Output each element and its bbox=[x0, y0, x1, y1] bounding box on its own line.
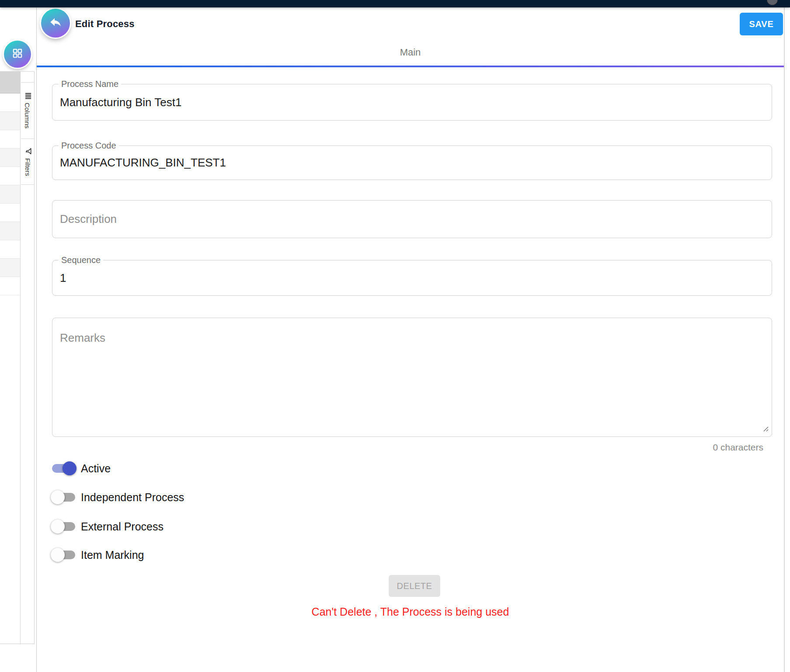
sidebar-item-filters[interactable]: Filters bbox=[21, 139, 35, 185]
tab-underline bbox=[37, 66, 784, 67]
toggle-label: Item Marking bbox=[81, 549, 144, 561]
description-field bbox=[52, 200, 772, 238]
avatar[interactable] bbox=[767, 0, 778, 5]
back-button[interactable] bbox=[41, 9, 70, 38]
process-code-input[interactable] bbox=[52, 146, 772, 180]
grid-row bbox=[0, 130, 20, 149]
sidebar-item-columns[interactable]: Columns bbox=[21, 83, 35, 139]
edit-process-drawer: Edit Process SAVE Main Process Name Proc… bbox=[36, 7, 790, 672]
grid-row bbox=[0, 149, 20, 167]
top-app-bar bbox=[0, 0, 790, 7]
grid-row bbox=[0, 94, 20, 112]
reply-arrow-icon bbox=[49, 15, 63, 31]
background-grid-pane: Columns Filters bbox=[0, 7, 36, 672]
active-toggle[interactable] bbox=[52, 464, 75, 473]
toggle-label: Independent Process bbox=[81, 491, 184, 504]
grid-row bbox=[0, 259, 20, 277]
process-code-field: Process Code bbox=[52, 145, 772, 180]
grid-row bbox=[0, 240, 20, 259]
strip-spacer bbox=[21, 72, 35, 83]
toggle-thumb bbox=[63, 461, 77, 475]
columns-icon bbox=[24, 93, 32, 99]
resize-handle-icon[interactable] bbox=[762, 425, 769, 434]
grid-header-cell bbox=[0, 72, 20, 94]
grid-icon bbox=[12, 48, 23, 61]
scroll-gutter[interactable] bbox=[784, 7, 785, 672]
remarks-textarea[interactable] bbox=[52, 318, 772, 436]
sequence-input[interactable] bbox=[52, 260, 772, 295]
grid-row bbox=[0, 112, 20, 130]
apps-grid-button[interactable] bbox=[4, 41, 31, 68]
save-button[interactable]: SAVE bbox=[740, 13, 783, 35]
grid-first-column bbox=[0, 72, 21, 644]
grid-row bbox=[0, 277, 20, 295]
grid-row bbox=[0, 222, 20, 240]
toggle-row-external-process: External Process bbox=[52, 519, 164, 534]
toggle-row-independent-process: Independent Process bbox=[52, 489, 184, 505]
toggle-label: External Process bbox=[81, 520, 164, 533]
grid-side-panel-strip: Columns Filters bbox=[21, 72, 35, 644]
toggle-thumb bbox=[51, 490, 65, 504]
tab-main[interactable]: Main bbox=[37, 47, 784, 58]
grid-row bbox=[0, 185, 20, 204]
item-marking-toggle[interactable] bbox=[52, 551, 75, 559]
description-input[interactable] bbox=[52, 201, 772, 238]
grid-row bbox=[0, 167, 20, 185]
external-process-toggle[interactable] bbox=[52, 522, 75, 531]
grid-rows bbox=[0, 94, 20, 295]
toggle-row-item-marking: Item Marking bbox=[52, 547, 144, 563]
character-counter: 0 characters bbox=[713, 442, 763, 453]
delete-error-message: Can't Delete , The Process is being used bbox=[37, 606, 784, 618]
sidebar-item-label: Filters bbox=[24, 158, 31, 176]
filter-icon bbox=[24, 148, 32, 155]
sequence-field: Sequence bbox=[52, 260, 772, 296]
process-name-input[interactable] bbox=[52, 84, 772, 120]
sidebar-item-label: Columns bbox=[24, 103, 31, 128]
page-title: Edit Process bbox=[75, 18, 135, 30]
toggle-thumb bbox=[51, 548, 65, 562]
toggle-label: Active bbox=[81, 462, 111, 475]
toggle-row-active: Active bbox=[52, 461, 111, 476]
toggle-thumb bbox=[51, 520, 65, 533]
data-grid-edge: Columns Filters bbox=[0, 71, 35, 644]
process-name-field: Process Name bbox=[52, 84, 772, 121]
delete-button[interactable]: DELETE bbox=[389, 575, 440, 597]
remarks-field bbox=[52, 318, 772, 437]
grid-row bbox=[0, 204, 20, 222]
independent-process-toggle[interactable] bbox=[52, 493, 75, 502]
